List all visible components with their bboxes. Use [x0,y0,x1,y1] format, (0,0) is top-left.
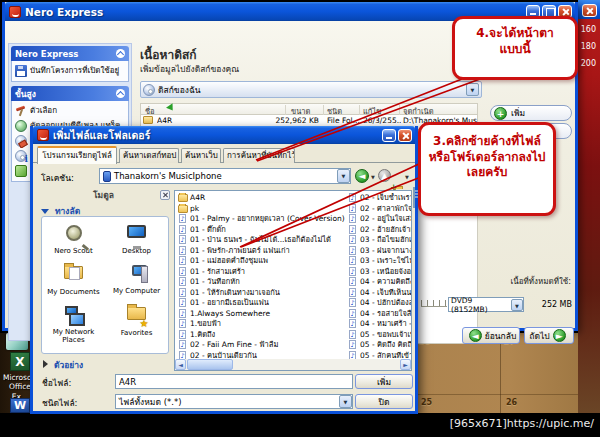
location-combo[interactable]: Thanakorn's MusicIphone ▼ [99,168,351,184]
add-files-button[interactable]: + เพิ่ม [490,105,572,121]
scrollbar-thumb[interactable] [187,359,233,370]
ruler-number: 200 [578,55,598,72]
music-icon [349,319,356,328]
sidebar-item-save-project[interactable]: บันทึกโครงการที่เปิดใช้อยู่ [15,63,128,78]
tab-file-browser[interactable]: โปรแกรมเรียกดูไฟล์ [37,146,117,164]
file-item[interactable]: 04 - เจ็บที่เห็นนาน [347,288,411,299]
file-item[interactable]: 03 - เพราะใช่ไหมอ [347,256,411,267]
dialog-close-icon[interactable] [398,129,412,142]
dialog-tabs: โปรแกรมเรียกดูไฟล์ ค้นหาเดสก์ทอป ค้นหาเว… [33,146,415,163]
chevron-down-icon[interactable]: ▼ [337,169,350,183]
file-item[interactable]: 01 - วันที่อกหัก [177,277,345,288]
file-item[interactable]: 02 - ศาลาพักใจ [347,204,411,215]
file-item[interactable]: 01 - แม่ฮอดคำถึงชุมแพ [177,256,345,267]
nero-logo-icon [37,129,49,141]
file-item[interactable]: 01 - Palmy - อยากหยุดเวลา (Cover Version… [177,214,345,225]
file-item[interactable]: 04 - บ่ฮักบ่ต้องสง [347,298,411,309]
views-icon[interactable] [413,187,415,208]
tab-saved-search[interactable]: การค้นหาที่บันทึกไว้ [223,148,295,163]
pane-close-icon[interactable] [160,190,170,200]
file-item[interactable]: 01 - พิษรัก-ภาพยนตร์ แฟนเก่า [177,246,345,257]
file-item[interactable]: 01 - ให้รักเดินทางมาเจอกัน [177,288,345,299]
callout-step3: 3.คลิกซ้ายค้างที่ไฟล์ หรือโฟร์เดอร์ลากลง… [418,122,556,216]
music-icon [349,330,356,339]
file-item[interactable]: 02 - อยู่ในใจเสมอ [347,214,411,225]
dialog-minimize-button[interactable] [382,129,396,142]
file-item[interactable]: 1.Always Somewhere [177,309,345,320]
back-button[interactable]: ◄ ย้อนกลับ [462,327,520,344]
place-favorites[interactable]: Favorites [105,301,168,349]
file-item[interactable]: 01 - ป่าน ธนพร - ฉันไม่ได้...เธอก็ต้องไม… [177,235,345,246]
file-item[interactable]: 04 - รอสายใจสื่อ [347,309,411,320]
music-icon [349,298,356,307]
file-item[interactable]: 04 - หมาเศร้า - แ [347,319,411,330]
preview-section[interactable]: ตัวอย่าง [43,358,83,372]
up-icon[interactable]: ▲ [378,169,391,182]
place-my-network[interactable]: My Network Places [42,301,105,349]
file-item[interactable]: 05 - ขอพบเจ้าเที [347,330,411,341]
next-button[interactable]: ถัดไป ► [524,327,574,344]
excel-icon[interactable]: X [10,352,30,371]
file-item[interactable]: 01 - รักสามเศร้า [177,267,345,278]
dialog-titlebar[interactable]: เพิ่มไฟล์และโฟลเดอร์ [33,126,415,144]
file-item[interactable]: 01 - อยากมีเธอเป็นแฟน [177,298,345,309]
chevron-down-icon[interactable]: ▼ [466,83,479,96]
music-icon [349,340,356,349]
tab-desktop-search[interactable]: ค้นหาเดสก์ทอป [119,148,179,163]
music-icon [179,235,186,244]
cell-modified: 26/3/255... [363,116,401,125]
disc-icon [143,84,155,96]
music-icon [349,267,356,276]
file-item[interactable]: 03 - เหนื่อยจังอยา [347,267,411,278]
horizontal-scrollbar[interactable]: ◄ ► [175,359,411,370]
music-icon [349,288,356,297]
dialog-close-button[interactable]: ปิด [355,394,413,409]
filename-input[interactable] [115,374,353,389]
filetype-select[interactable]: ไฟล์ทั้งหมด (*.*) ▼ [115,394,353,409]
total-space-label: เนื้อที่ทั้งหมดที่ใช้: [425,275,571,288]
file-item[interactable]: A4R [177,193,345,204]
music-icon [349,277,356,286]
views-dropdown-icon[interactable]: ▼ [405,174,409,180]
places-grid: Nero Scout Desktop My Documents My Compu… [41,216,169,354]
collapse-icon[interactable] [116,49,125,58]
collapse-icon[interactable] [116,89,125,98]
tab-web-search[interactable]: ค้นหาเว็บ [181,148,221,163]
disc-info-icon [15,150,27,162]
background-close-icon[interactable] [582,4,597,17]
music-icon [179,298,186,307]
scroll-right-icon[interactable]: ► [400,359,411,370]
sidebar-item-options[interactable]: ตัวเลือก [15,103,128,118]
options-hammer-icon [15,105,27,117]
file-item[interactable]: 02 - อ้ายฮักเจ้าเด้ [347,225,411,236]
file-item[interactable]: 1.ขอบฟ้า [177,319,345,330]
file-item[interactable]: 02 - เจ็บช้ำเพราะ [347,193,411,204]
file-item[interactable]: 04 - ความคิดถึงกั [347,277,411,288]
file-item[interactable]: 03 - ฝนจากนางฟ้า [347,246,411,257]
scroll-left-icon[interactable]: ◄ [175,359,186,370]
disc-combo[interactable]: ดิสก์ของฉัน ▼ [140,81,482,98]
place-my-computer[interactable]: My Computer [105,260,168,301]
place-nero-scout[interactable]: Nero Scout [42,221,105,260]
file-item[interactable]: 03 - ถือไขมฮักเขย [347,235,411,246]
file-column-1: A4R pk 01 - Palmy - อยากหยุดเวลา (Cover … [177,193,345,361]
word-icon[interactable]: W [10,398,30,413]
sidebar-panel-nero[interactable]: Nero Express [11,46,129,61]
back-dropdown-icon[interactable]: ▼ [371,174,375,180]
place-my-documents[interactable]: My Documents [42,260,105,301]
file-item[interactable]: pk [177,204,345,215]
music-icon [179,267,186,276]
sort-arrow-icon [166,103,176,113]
file-item[interactable]: 05 - คิดถึง คิดถึง [347,340,411,351]
file-item[interactable]: 1.คิดถึง [177,330,345,341]
main-window-title: Nero Express [25,6,103,18]
music-icon [179,256,186,265]
sidebar-panel-advanced[interactable]: ขั้นสูง [11,86,129,101]
table-header[interactable]: ชื่อ ขนาด ชนิด แก้ไข จุดกำเนิด [140,103,478,115]
file-item[interactable]: 01 - ดึ๊กดั๊ก [177,225,345,236]
dialog-add-button[interactable]: เพิ่ม [355,374,413,389]
back-icon[interactable]: ◄ [355,169,369,183]
place-desktop[interactable]: Desktop [105,221,168,260]
file-list[interactable]: A4R pk 01 - Palmy - อยากหยุดเวลา (Cover … [174,190,412,371]
file-item[interactable]: 02 - Faii Am Fine - ฟ้าลืม [177,340,345,351]
